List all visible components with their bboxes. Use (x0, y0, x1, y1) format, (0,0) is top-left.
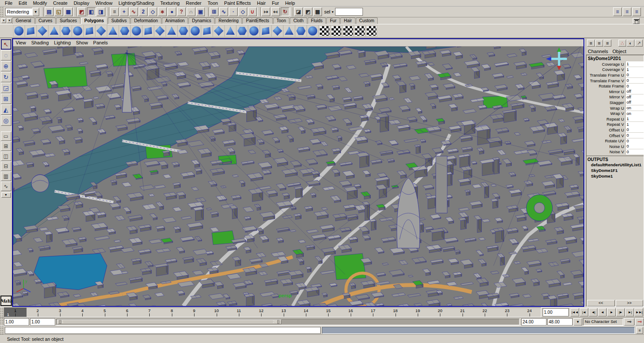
sculpt-geometry-icon[interactable] (307, 25, 319, 37)
shelf-tab-general[interactable]: General (12, 17, 35, 24)
select-tool[interactable]: ↖ (1, 39, 11, 50)
output-node[interactable]: defaultRenderUtilityList1 (587, 162, 644, 168)
lock-selection-icon[interactable]: ∩ (187, 7, 195, 16)
boolean-union-icon[interactable] (154, 25, 166, 37)
frame-6[interactable]: 6 (116, 308, 138, 317)
attribute-value[interactable]: 0 (625, 84, 644, 89)
attribute-value[interactable]: 0 (625, 138, 644, 144)
four-pane-layout[interactable]: ⊞ (1, 141, 11, 151)
attribute-value[interactable]: off (625, 100, 644, 105)
output-node[interactable]: SkyDome1F1 (587, 168, 644, 173)
attribute-value[interactable]: 1 (625, 61, 644, 67)
go-to-end-button[interactable]: ►►| (634, 308, 643, 316)
menu-window[interactable]: Window (92, 0, 115, 6)
planar-mapping-icon[interactable] (319, 25, 330, 37)
menu-fur[interactable]: Fur (269, 0, 282, 6)
frame-13[interactable]: 13 (273, 308, 295, 317)
menu-hair[interactable]: Hair (254, 0, 268, 6)
channel-key-colors-icon[interactable]: ∴ (618, 40, 626, 47)
menu-set-selector[interactable]: Rendering ▼ (5, 8, 39, 16)
cut-faces-icon[interactable] (260, 25, 272, 37)
snap-curve-icon[interactable]: ∿ (219, 7, 228, 16)
select-handles-icon[interactable]: + (120, 7, 128, 16)
command-line-input[interactable] (5, 327, 321, 334)
menu-render[interactable]: Render (183, 0, 205, 6)
toggle-channel-box-icon[interactable]: ≡ (632, 7, 641, 16)
frame-17[interactable]: 17 (362, 308, 384, 317)
mask-menu-icon[interactable]: ≡ (110, 7, 119, 16)
frame-4[interactable]: 4 (71, 308, 94, 317)
step-back-frame-button[interactable]: ◄| (589, 308, 597, 316)
construction-history-icon[interactable]: ↻ (281, 7, 289, 16)
persp-graph-layout[interactable]: ⊟ (1, 161, 11, 171)
set-key-icon[interactable]: ⊸ (624, 318, 634, 326)
single-pane-layout[interactable]: ▭ (1, 131, 11, 141)
attribute-value[interactable]: 0 (625, 72, 644, 77)
menu-help[interactable]: Help (282, 0, 298, 6)
poly-cone-icon[interactable] (48, 25, 60, 37)
attribute-value[interactable]: off (625, 94, 644, 100)
shelf-tab-custom[interactable]: Custom (356, 17, 378, 24)
shelf-tab-menu-icon[interactable]: ▼ (1, 18, 6, 23)
auto-keyframe-icon[interactable]: ⊸ (635, 318, 644, 326)
output-node[interactable]: SkyDome1 (587, 173, 644, 179)
frame-10[interactable]: 10 (205, 308, 228, 317)
cylindrical-mapping-icon[interactable] (330, 25, 342, 37)
shelf-tab-deformation[interactable]: Deformation (131, 17, 161, 24)
split-polygon-tool-icon[interactable] (189, 25, 201, 37)
frame-7[interactable]: 7 (138, 308, 161, 317)
range-slider-handle[interactable] (0, 318, 4, 326)
persp-curve-layout[interactable]: ∿ (1, 182, 11, 191)
shelf-trash-icon[interactable] (633, 18, 640, 24)
boolean-difference-icon[interactable] (166, 25, 178, 37)
step-forward-key-button[interactable]: ►| (625, 308, 634, 316)
channel-breakdown-icon[interactable]: ↗ (635, 40, 643, 47)
shelf-tab-toon[interactable]: Toon (273, 17, 290, 24)
snap-point-icon[interactable]: ∙ (229, 7, 238, 16)
shelf-tab-surfaces[interactable]: Surfaces (56, 17, 80, 24)
attribute-value[interactable]: off (625, 89, 644, 94)
time-slider-handle[interactable] (0, 307, 4, 317)
attribute-value[interactable]: 0 (625, 78, 644, 83)
spherical-mapping-icon[interactable] (342, 25, 354, 37)
viewport-scene[interactable]: ypersp (13, 47, 584, 306)
panel-menu-show[interactable]: Show (76, 40, 92, 45)
append-polygon-icon[interactable] (201, 25, 213, 37)
subdiv-proxy-icon[interactable] (178, 25, 189, 37)
extrude-face-icon[interactable] (225, 25, 236, 37)
channel-contrast-icon[interactable]: ◐ (627, 40, 634, 47)
current-time-field[interactable] (543, 308, 569, 316)
quick-select-dropdown-icon[interactable]: ▼ (331, 10, 334, 13)
duplicate-face-icon[interactable] (295, 25, 307, 37)
quick-select-label[interactable]: sel (324, 9, 330, 14)
soft-mod-tool[interactable]: ◭ (1, 104, 11, 115)
playback-end-field[interactable] (521, 318, 547, 326)
panel-menu-panels[interactable]: Panels (93, 40, 111, 45)
frame-20[interactable]: 20 (429, 308, 451, 317)
command-line-handle[interactable] (0, 326, 4, 334)
show-manipulator-tool[interactable]: ◎ (1, 115, 11, 126)
select-object-icon[interactable]: ◧ (87, 7, 96, 16)
combine-icon[interactable] (213, 25, 225, 37)
character-set-dropdown-icon[interactable]: ▼ (574, 318, 582, 326)
input-connections-icon[interactable]: ↦ (262, 7, 270, 16)
smooth-icon[interactable] (142, 25, 154, 37)
panel-menu-lighting[interactable]: Lighting (54, 40, 74, 45)
menu-modify[interactable]: Modify (30, 0, 50, 6)
toggle-tool-settings-icon[interactable]: ≡ (623, 7, 631, 16)
frame-8[interactable]: 8 (161, 308, 183, 317)
output-connections-icon[interactable]: ↤ (271, 7, 280, 16)
step-forward-frame-button[interactable]: |► (616, 308, 625, 316)
menu-display[interactable]: Display (70, 0, 92, 6)
poly-plane-icon[interactable] (60, 25, 72, 37)
poly-pipe-icon[interactable] (95, 25, 107, 37)
poly-torus-icon[interactable] (72, 25, 84, 37)
group-separator[interactable] (206, 7, 209, 17)
play-forwards-button[interactable]: ► (607, 308, 616, 316)
snap-plane-icon[interactable]: ◇ (238, 7, 247, 16)
frame-18[interactable]: 18 (384, 308, 406, 317)
ipr-render-icon[interactable]: ◩ (304, 7, 312, 16)
wedge-face-icon[interactable] (283, 25, 295, 37)
attribute-value[interactable]: on (625, 105, 644, 111)
highlight-selection-icon[interactable]: ▣ (196, 7, 205, 16)
